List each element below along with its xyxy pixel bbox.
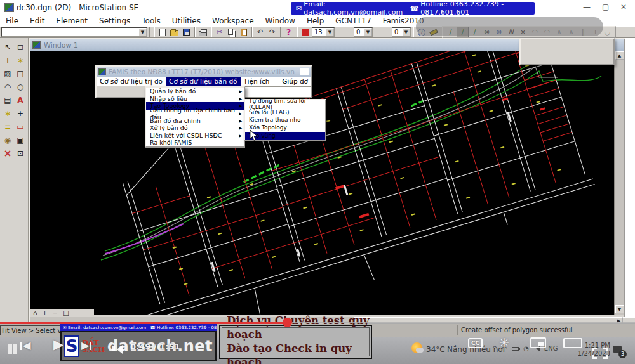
settings-gear-icon[interactable]: ✳ xyxy=(499,335,509,349)
miniplayer-button[interactable] xyxy=(530,337,546,348)
menu-help[interactable]: Help xyxy=(301,16,330,25)
undo-button[interactable]: ↶ xyxy=(254,27,266,37)
menu-workspace[interactable]: Workspace xyxy=(206,16,260,25)
start-button[interactable] xyxy=(8,344,17,354)
watermark-contact-banner: ✉ Email: datsach.com.vn@gmail.com ☎ Hotl… xyxy=(60,324,217,331)
famis-dialog-titlebar[interactable]: FAMIS theo NĐ88+TT17 (T7/2010) website:w… xyxy=(97,67,311,77)
window-titlebar: dc30.dgn (2D) - MicroStation SE ✉ Email:… xyxy=(0,0,635,16)
fence-tool[interactable]: ◻ xyxy=(14,40,27,53)
captions-button[interactable]: CC xyxy=(468,338,483,348)
theater-mode-button[interactable] xyxy=(563,338,582,348)
submenu-item-clean[interactable]: Tự động tìm, sửa lỗi (CLEAN) xyxy=(245,100,325,108)
menu-item-xu-ly-ban-do[interactable]: Xử lý bản đồ▶ xyxy=(146,124,244,132)
minimize-button[interactable]: — xyxy=(583,3,591,11)
fullscreen-button[interactable] xyxy=(592,348,608,359)
place-circle-tool[interactable]: ○ xyxy=(14,80,27,93)
weather-temp[interactable]: 34°C xyxy=(426,345,445,354)
redo-button[interactable]: ↷ xyxy=(266,27,278,37)
famis-menu-ban-do[interactable]: Cơ sở dữ liệu bản đồ xyxy=(166,77,240,86)
tool-curve[interactable]: ◡ xyxy=(601,27,613,37)
famis-minimize-button[interactable] xyxy=(300,68,309,75)
window-area-button[interactable]: □ xyxy=(63,309,69,316)
maximize-button[interactable]: ▢ xyxy=(602,3,609,11)
delete-tool[interactable]: × xyxy=(1,146,14,160)
menu-item-gan-thong-tin[interactable]: Gắn thông tin Địa chính ban đầu▶ xyxy=(146,110,244,117)
lamp-tool[interactable]: ∗ xyxy=(14,53,27,67)
save-button[interactable] xyxy=(180,27,192,37)
famis-icon xyxy=(98,68,106,75)
line-weight-combo[interactable]: 0 ▼ xyxy=(354,27,373,37)
battery-icon[interactable] xyxy=(512,347,519,351)
phone-icon: ☎ xyxy=(410,4,419,13)
lamp-fork-tool[interactable]: ∗ xyxy=(1,107,14,120)
menu-item-quan-ly-ban-do[interactable]: Quản lý bản đồ▶ xyxy=(146,88,244,95)
hatch-tool[interactable]: ▨ xyxy=(1,67,14,80)
menu-file[interactable]: File xyxy=(0,16,24,25)
zoom-out-button[interactable]: − xyxy=(53,309,58,316)
copy-button[interactable] xyxy=(225,27,237,37)
save-icon xyxy=(183,29,190,36)
menu-edit[interactable]: Edit xyxy=(24,16,50,25)
cut-button[interactable]: ✂ xyxy=(213,27,225,37)
pointer-tool[interactable]: ↖ xyxy=(1,40,14,53)
vertical-scrollbar[interactable]: ▲ ▼ xyxy=(614,51,624,315)
crosshair-tool[interactable]: + xyxy=(1,53,14,67)
weather-sun-icon[interactable] xyxy=(411,342,422,353)
point-tool[interactable]: + xyxy=(14,107,27,120)
place-block-tool[interactable]: □ xyxy=(14,67,27,80)
zoom-in-button[interactable]: + xyxy=(42,309,47,316)
color-palette-tool[interactable]: ◉ xyxy=(1,133,14,146)
menu-item-ra-khoi-famis[interactable]: Ra khỏi FAMIS xyxy=(146,139,244,146)
menu-gcntt17[interactable]: GCNTT17 xyxy=(330,16,377,25)
menu-item-lien-ket-csdl[interactable]: Liên kết với CSDL HSĐC▶ xyxy=(146,132,244,140)
scroll-up-icon[interactable]: ▲ xyxy=(615,51,624,60)
active-color-swatch[interactable] xyxy=(302,29,309,36)
hidden-icons-chevron[interactable]: ^ xyxy=(492,345,497,352)
menu-element[interactable]: Element xyxy=(50,16,93,25)
open-file-button[interactable] xyxy=(168,27,180,37)
text-tool[interactable]: A xyxy=(14,93,27,107)
place-arc-tool[interactable]: ◠ xyxy=(1,80,14,93)
new-file-button[interactable] xyxy=(156,27,168,37)
redo-icon: ↷ xyxy=(269,28,275,36)
menu-tools[interactable]: Tools xyxy=(136,16,166,25)
scroll-down-icon[interactable]: ▼ xyxy=(615,305,624,313)
language-indicator[interactable]: ENG xyxy=(544,345,558,352)
play-button[interactable]: ▶ xyxy=(53,337,64,352)
volume-button[interactable] xyxy=(112,341,123,354)
menu-utilities[interactable]: Utilities xyxy=(166,16,206,25)
print-button[interactable] xyxy=(197,27,209,37)
pattern-tool[interactable]: ≡ xyxy=(1,120,14,133)
help-button[interactable]: ? xyxy=(283,27,295,37)
close-button[interactable]: ✕ xyxy=(620,3,627,11)
famis-menu-help[interactable]: Giúp đỡ xyxy=(279,77,311,86)
submenu-arrow-icon: ▶ xyxy=(239,89,242,93)
fence-block-tool[interactable]: ▭ xyxy=(14,120,27,133)
famis-menu-tri-do[interactable]: Cơ sở dữ liệu trị đo xyxy=(97,77,166,86)
cells-tool[interactable]: ▤ xyxy=(1,93,14,107)
menu-item-nhap-so-lieu[interactable]: Nhập số liệu▶ xyxy=(146,95,244,103)
video-progress-played[interactable] xyxy=(0,322,287,324)
measure-tool[interactable]: ⊡ xyxy=(14,146,27,160)
chevron-down-icon[interactable]: ▼ xyxy=(364,28,372,36)
submenu-item-kiem-tra-thua-nho[interactable]: Kiem tra thua nho xyxy=(245,116,325,124)
menu-settings[interactable]: Settings xyxy=(93,16,136,25)
fit-view-button[interactable]: ⌂ xyxy=(33,309,37,316)
chevron-down-icon[interactable]: ▼ xyxy=(402,28,410,36)
video-progress-handle[interactable] xyxy=(283,318,292,327)
menu-window[interactable]: Window xyxy=(260,16,301,25)
cell-matrix-tool[interactable]: ▣ xyxy=(14,133,27,146)
line-style-combo[interactable]: 0 ▼ xyxy=(392,27,411,37)
fit-view-dialog xyxy=(519,38,615,65)
next-button[interactable]: ▶ xyxy=(81,339,91,351)
level-combo[interactable]: ▼ xyxy=(1,27,147,37)
previous-button[interactable]: ◀ xyxy=(20,339,30,351)
famis-menu-tien-ich[interactable]: Tiện ích xyxy=(241,77,273,86)
paste-button[interactable] xyxy=(237,27,250,37)
chevron-down-icon[interactable]: ▼ xyxy=(326,28,334,36)
chevron-down-icon[interactable]: ▼ xyxy=(138,28,147,36)
screen: dc30.dgn (2D) - MicroStation SE ✉ Email:… xyxy=(0,0,635,364)
color-number-combo[interactable]: 13 ▼ xyxy=(312,27,335,37)
mouse-cursor xyxy=(250,129,258,141)
clock-tray-icon[interactable]: ◔ xyxy=(523,345,529,352)
